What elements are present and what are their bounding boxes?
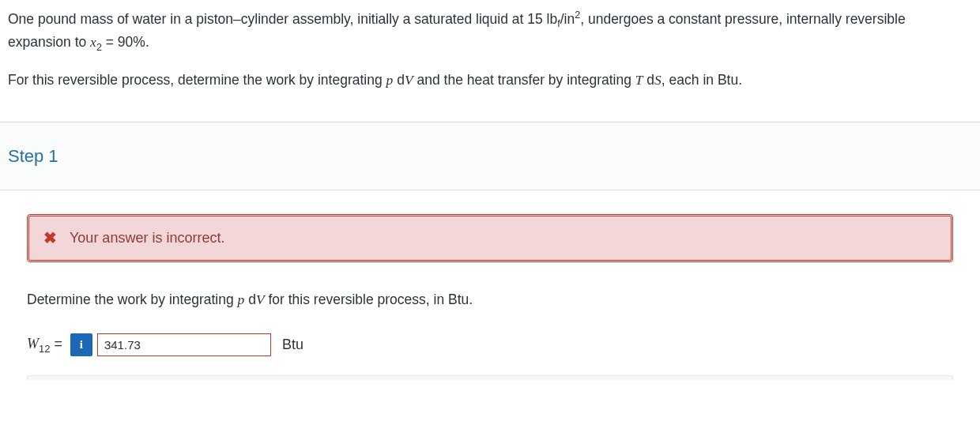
problem-paragraph-1: One pound mass of water in a piston–cyli… xyxy=(8,8,972,55)
variable-p: p xyxy=(386,72,394,88)
text: and the heat transfer by integrating xyxy=(413,72,635,88)
feedback-message: Your answer is incorrect. xyxy=(70,228,224,249)
subscript-12: 12 xyxy=(39,343,50,355)
problem-statement: One pound mass of water in a piston–cyli… xyxy=(0,0,980,122)
text: For this reversible process, determine t… xyxy=(8,72,386,88)
text: for this reversible process, in Btu. xyxy=(265,291,473,307)
subscript-2: 2 xyxy=(96,42,102,53)
answer-row: W12 = i Btu xyxy=(27,333,953,356)
step-heading[interactable]: Step 1 xyxy=(0,122,980,190)
variable-V: V xyxy=(256,291,265,307)
variable-S: S xyxy=(654,72,662,88)
sub-prompt: Determine the work by integrating p dV f… xyxy=(27,289,953,310)
incorrect-icon: ✖ xyxy=(43,230,57,246)
variable-T: T xyxy=(635,72,643,88)
text: One pound mass of water in a piston–cyli… xyxy=(8,11,557,27)
variable-p: p xyxy=(238,291,245,307)
text: = 90%. xyxy=(102,34,149,50)
variable-x: x xyxy=(90,34,96,50)
text: d xyxy=(244,291,256,307)
text: , each in Btu. xyxy=(662,72,742,88)
text: /in xyxy=(560,11,575,27)
variable-W: W xyxy=(27,336,39,352)
info-icon[interactable]: i xyxy=(70,333,92,356)
step-body: ✖ Your answer is incorrect. Determine th… xyxy=(0,190,980,375)
text: d xyxy=(643,72,655,88)
hint-section-top xyxy=(27,375,953,380)
text: Determine the work by integrating xyxy=(27,291,238,307)
equals-sign: = xyxy=(50,336,62,352)
text: d xyxy=(393,72,405,88)
problem-paragraph-2: For this reversible process, determine t… xyxy=(8,70,972,90)
answer-input[interactable] xyxy=(97,333,271,356)
step-header-section: Step 1 xyxy=(0,122,980,190)
feedback-banner: ✖ Your answer is incorrect. xyxy=(27,214,953,262)
variable-V: V xyxy=(405,72,413,88)
variable-label: W12 = xyxy=(27,333,62,356)
unit-label: Btu xyxy=(282,334,303,355)
